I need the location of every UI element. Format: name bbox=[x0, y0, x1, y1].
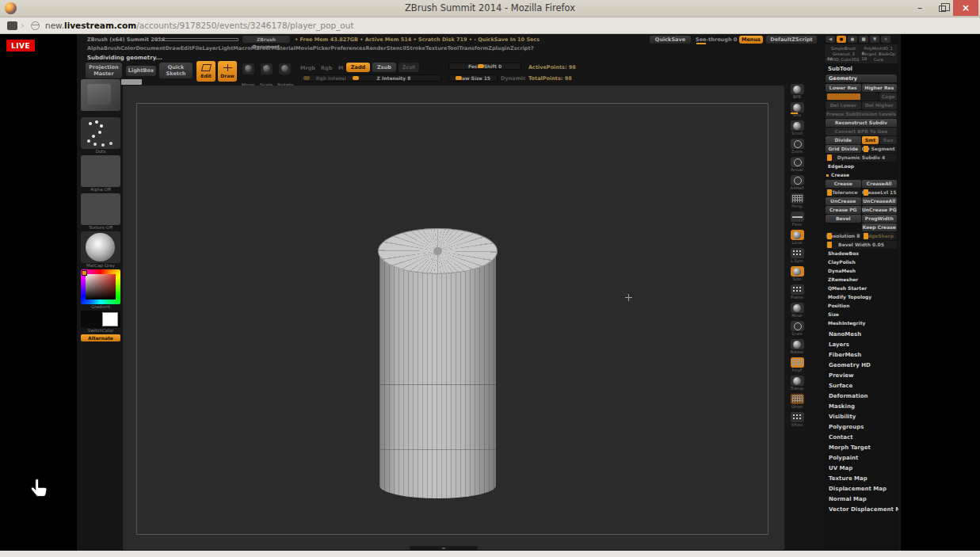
minimize-button[interactable]: – bbox=[909, 0, 931, 16]
tool-section-header[interactable]: Preview bbox=[824, 371, 898, 381]
menu-item[interactable]: Marker bbox=[251, 45, 272, 52]
shelf-divider-handle[interactable] bbox=[121, 79, 142, 85]
rgb-toggle[interactable]: Rgb bbox=[321, 65, 332, 71]
right-shelf-button[interactable]: Actual bbox=[787, 156, 806, 174]
tool-section-header[interactable]: Masking bbox=[824, 402, 898, 412]
tool-header-icon[interactable]: ▼ bbox=[870, 36, 879, 43]
menu-item[interactable]: Picker bbox=[313, 45, 331, 52]
menu-item[interactable]: Transform bbox=[459, 45, 488, 52]
right-shelf-button[interactable]: Ghost bbox=[787, 393, 806, 410]
menu-item[interactable]: Stencil bbox=[387, 45, 406, 52]
url-bar[interactable]: new.livestream.com/accounts/9178250/even… bbox=[45, 21, 354, 30]
geometry-control[interactable]: Suv bbox=[879, 136, 897, 144]
m-toggle[interactable]: M bbox=[338, 65, 343, 71]
geometry-control[interactable]: ZRemesher bbox=[826, 276, 897, 284]
geometry-control[interactable]: EdgeLoop bbox=[826, 162, 897, 170]
geometry-control[interactable]: ShadowBox bbox=[826, 250, 897, 258]
tool-section-header[interactable]: Morph Target bbox=[824, 443, 898, 453]
current-brush[interactable] bbox=[78, 79, 123, 116]
right-shelf-button[interactable]: Frame bbox=[787, 284, 806, 301]
right-shelf-button[interactable]: Zoom bbox=[787, 138, 806, 155]
right-shelf-button[interactable]: XPose bbox=[787, 411, 806, 429]
tool-section-header[interactable]: Geometry HD bbox=[824, 361, 898, 371]
menu-item[interactable]: Light bbox=[219, 45, 234, 52]
z-intensity-slider[interactable]: Z Intensity 8 bbox=[346, 74, 441, 82]
menu-item[interactable]: File bbox=[192, 45, 202, 52]
color-picker-square[interactable] bbox=[81, 269, 120, 304]
right-shelf-button[interactable]: Persp bbox=[787, 193, 806, 210]
geometry-control[interactable]: Cage bbox=[879, 93, 897, 101]
tool-section-header[interactable]: Surface bbox=[824, 381, 898, 391]
geometry-control[interactable]: CreaseLvl 15 bbox=[862, 189, 898, 196]
geometry-control[interactable]: EdgeSharp bbox=[862, 232, 898, 240]
tool-thumbnail[interactable]: PolyMesh3D_1 bbox=[861, 46, 895, 51]
switch-color-swatches[interactable] bbox=[81, 311, 120, 328]
edit-mode-button[interactable]: Edit bbox=[196, 61, 215, 82]
right-shelf-button[interactable]: Scale bbox=[787, 320, 806, 338]
right-shelf-button[interactable]: Solo bbox=[787, 265, 806, 283]
right-shelf-button[interactable]: SPix bbox=[787, 101, 806, 119]
geometry-control[interactable]: Crease bbox=[826, 180, 861, 188]
geometry-control[interactable]: Dynamic Subdiv 4 bbox=[826, 154, 897, 162]
geometry-control[interactable]: Position bbox=[826, 302, 897, 310]
zcut-toggle[interactable]: Zcut bbox=[398, 63, 419, 72]
tool-section-header[interactable]: Displacement Map bbox=[824, 484, 898, 494]
tool-section-header[interactable]: Visibility bbox=[824, 412, 898, 422]
document-canvas[interactable] bbox=[123, 86, 784, 550]
geometry-control[interactable]: CreaseAll bbox=[862, 180, 898, 188]
geometry-control[interactable]: QMesh Starter bbox=[826, 284, 897, 292]
tool-header-icon[interactable]: ◀ bbox=[826, 36, 835, 43]
tool-section-header[interactable]: Normal Map bbox=[824, 494, 898, 505]
tool-section-header[interactable]: Contact bbox=[824, 433, 898, 443]
menu-item[interactable]: Material bbox=[272, 45, 296, 52]
see-through-slider[interactable]: See-through 0 bbox=[696, 36, 737, 43]
menu-item[interactable]: Render bbox=[365, 45, 386, 52]
right-shelf-button[interactable]: BPR bbox=[787, 83, 806, 101]
menu-item[interactable]: Zplugin bbox=[488, 45, 510, 52]
menu-item[interactable]: Edit bbox=[181, 45, 192, 52]
zbrush-document-button[interactable]: ZBrush Document bbox=[242, 36, 290, 43]
mrgb-toggle[interactable]: Mrgb bbox=[300, 65, 315, 71]
draw-mode-button[interactable]: Draw bbox=[218, 61, 237, 82]
restore-button[interactable] bbox=[931, 0, 953, 16]
alternate-toggle[interactable]: Alternate bbox=[78, 334, 123, 341]
menu-item[interactable]: Draw bbox=[166, 45, 181, 52]
tool-section-header[interactable]: FiberMesh bbox=[824, 350, 898, 361]
menu-item[interactable]: Tool bbox=[447, 45, 459, 52]
quick-sketch-button[interactable]: Quick Sketch bbox=[159, 63, 193, 78]
menu-item[interactable]: Brush bbox=[104, 45, 120, 52]
menu-item[interactable]: Texture bbox=[425, 45, 448, 52]
tool-thumbnail[interactable]: 19 Cura bbox=[861, 57, 895, 62]
lightbox-button[interactable]: LightBox bbox=[126, 66, 156, 76]
tool-section-header[interactable]: Deformation bbox=[824, 391, 898, 402]
geometry-control[interactable]: UnCrease PG bbox=[862, 206, 898, 214]
geometry-control[interactable]: UnCrease bbox=[826, 197, 861, 205]
tool-header-icon[interactable]: ● bbox=[837, 36, 846, 43]
current-alpha[interactable]: Alpha Off bbox=[78, 155, 123, 193]
alternate-button[interactable]: Alternate bbox=[81, 334, 120, 341]
tool-thumbnail[interactable]: SimpleBrush bbox=[827, 46, 860, 51]
menu-item[interactable]: Layer bbox=[202, 45, 218, 52]
geometry-section-header[interactable]: Geometry bbox=[826, 74, 897, 82]
tool-section-header[interactable]: Polypaint bbox=[824, 453, 898, 464]
geometry-control[interactable]: MeshIntegrity bbox=[826, 319, 897, 327]
tool-section-header[interactable]: Texture Map bbox=[824, 474, 898, 484]
projection-master-button[interactable]: Projection Master bbox=[86, 63, 122, 78]
menu-item[interactable]: ? bbox=[531, 45, 534, 52]
geometry-control[interactable]: Del Lower bbox=[826, 101, 861, 109]
geometry-control[interactable]: Higher Res bbox=[862, 84, 898, 92]
right-shelf-button[interactable]: Transp bbox=[787, 375, 806, 392]
tool-thumbnail[interactable]: 64 PM3D_Cube3D1 bbox=[827, 57, 860, 62]
tool-section-header[interactable]: Polygroups bbox=[824, 422, 898, 433]
tool-header-icon[interactable]: ● bbox=[848, 36, 857, 43]
right-shelf-button[interactable]: AAHalf bbox=[787, 174, 806, 192]
tool-section-header[interactable]: UV Map bbox=[824, 464, 898, 474]
geometry-control[interactable]: Convert BPR To Geo bbox=[826, 128, 897, 135]
geometry-control[interactable]: Bevel Width 0.05 bbox=[826, 241, 897, 249]
tool-section-header[interactable]: NanoMesh bbox=[824, 330, 898, 340]
draw-size-slider[interactable]: Draw Size 15 bbox=[448, 74, 498, 82]
right-shelf-button[interactable]: Floor bbox=[787, 211, 806, 228]
geometry-control[interactable]: ProgWidth bbox=[862, 215, 898, 223]
menu-item[interactable]: Alpha bbox=[87, 45, 104, 52]
menu-item[interactable]: Movie bbox=[296, 45, 313, 52]
